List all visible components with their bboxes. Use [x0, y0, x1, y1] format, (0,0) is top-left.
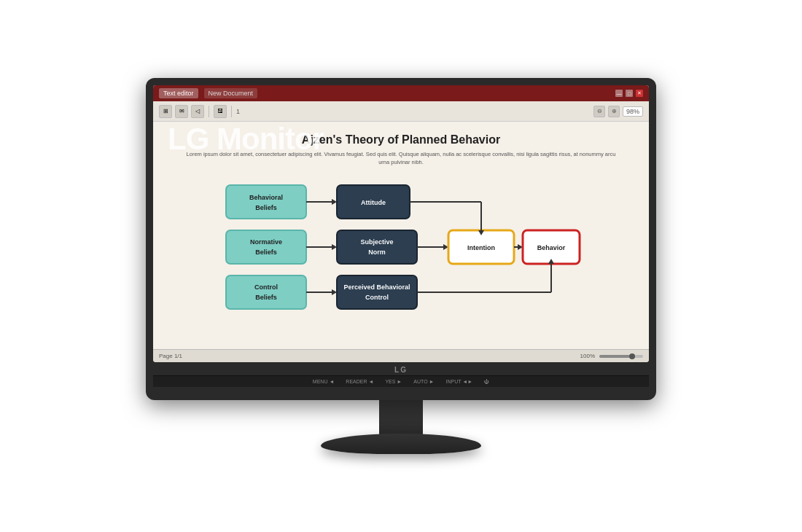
svg-text:Attitude: Attitude: [361, 199, 386, 206]
lg-logo-bezel: LG: [394, 366, 408, 374]
svg-rect-7: [226, 230, 306, 264]
app-tab[interactable]: Text editor: [159, 88, 198, 98]
svg-text:Control: Control: [365, 294, 389, 301]
zoom-slider[interactable]: [599, 355, 643, 358]
bezel-auto[interactable]: AUTO ►: [413, 379, 434, 384]
maximize-button[interactable]: □: [626, 90, 633, 97]
svg-rect-12: [337, 230, 417, 264]
zoom-slider-fill: [599, 355, 630, 358]
svg-text:Beliefs: Beliefs: [255, 249, 277, 256]
svg-text:Normative: Normative: [250, 238, 282, 246]
bezel-reader[interactable]: READER ◄: [346, 379, 373, 384]
toolbar-sep-1: [209, 106, 209, 117]
svg-text:Intention: Intention: [467, 244, 495, 251]
monitor: LG Monitor Text editor New Document — □ …: [146, 78, 656, 454]
toolbar-icon-3[interactable]: ◁: [191, 105, 204, 118]
svg-rect-0: [226, 185, 306, 219]
svg-text:Norm: Norm: [368, 249, 386, 256]
svg-text:Behavioral: Behavioral: [249, 194, 283, 201]
diagram-svg: Behavioral Beliefs Attitude Normative Be…: [219, 178, 583, 313]
status-bar: Page 1/1 100%: [153, 349, 649, 362]
svg-text:Perceived Behavioral: Perceived Behavioral: [343, 283, 410, 291]
svg-text:Behavior: Behavior: [537, 244, 566, 251]
close-button[interactable]: ✕: [636, 90, 643, 97]
zoom-value: 98%: [623, 106, 643, 117]
svg-text:Beliefs: Beliefs: [255, 204, 277, 211]
toolbar-icon-2[interactable]: ✉: [175, 105, 188, 118]
svg-text:Control: Control: [254, 283, 278, 291]
svg-marker-11: [332, 244, 337, 250]
bezel-res[interactable]: YES ►: [385, 379, 402, 384]
monitor-bezel: LG Monitor Text editor New Document — □ …: [146, 78, 656, 400]
window-controls: — □ ✕: [615, 90, 643, 97]
svg-rect-28: [337, 275, 417, 309]
bottom-bezel: LG: [153, 362, 649, 375]
zoom-label: 1: [236, 108, 240, 115]
toolbar-icon-4[interactable]: 🖫: [214, 105, 227, 118]
bezel-info-bar: MENU ◄ READER ◄ YES ► AUTO ► INPUT ◄► ⏻: [153, 375, 649, 387]
toolbar-icon-1[interactable]: ⊞: [159, 105, 172, 118]
title-bar-left: Text editor New Document: [159, 88, 615, 98]
zoom-status: 100%: [580, 353, 595, 359]
svg-rect-23: [226, 275, 306, 309]
doc-title: Ajzen's Theory of Planned Behavior: [182, 133, 620, 146]
zoom-slider-thumb: [629, 353, 635, 359]
bezel-power[interactable]: ⏻: [484, 379, 489, 384]
page-info: Page 1/1: [159, 353, 182, 359]
minimize-button[interactable]: —: [615, 90, 623, 97]
title-bar: Text editor New Document — □ ✕: [153, 85, 649, 101]
status-right: 100%: [580, 353, 643, 359]
toolbar: ⊞ ✉ ◁ 🖫 1 ⊖ ⊕ 98%: [153, 101, 649, 122]
monitor-screen: Text editor New Document — □ ✕ ⊞ ✉ ◁ 🖫 1: [153, 85, 649, 362]
monitor-stand-neck: [379, 400, 423, 437]
diagram-container: Behavioral Beliefs Attitude Normative Be…: [219, 178, 583, 316]
zoom-out-icon[interactable]: ⊖: [593, 106, 605, 117]
svg-text:Subjective: Subjective: [360, 238, 393, 246]
doc-subtitle: Lorem ipsum dolor sit amet, consectetuer…: [182, 151, 620, 166]
bezel-menu[interactable]: MENU ◄: [313, 379, 334, 384]
bezel-input[interactable]: INPUT ◄►: [445, 379, 472, 384]
toolbar-zoom: ⊖ ⊕ 98%: [593, 106, 643, 117]
svg-marker-27: [332, 289, 337, 295]
zoom-in-icon[interactable]: ⊕: [608, 106, 620, 117]
svg-marker-4: [332, 199, 337, 205]
doc-content: Ajzen's Theory of Planned Behavior Lorem…: [153, 122, 649, 349]
toolbar-sep-2: [231, 106, 232, 117]
svg-text:Beliefs: Beliefs: [255, 294, 277, 301]
doc-tab[interactable]: New Document: [204, 88, 258, 98]
monitor-stand-base: [321, 434, 481, 454]
